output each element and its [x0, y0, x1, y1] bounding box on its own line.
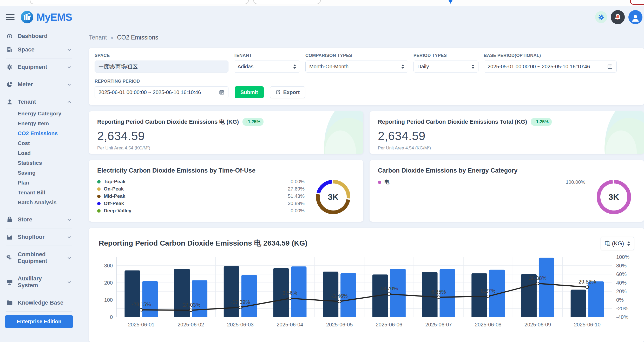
space-input[interactable]	[95, 61, 228, 73]
sidebar-subitem-plan[interactable]: Plan	[18, 178, 73, 188]
svg-text:-17.39%: -17.39%	[231, 299, 250, 305]
myems-logo-icon	[20, 10, 34, 24]
enterprise-edition-button[interactable]: Enterprise Edition	[5, 315, 73, 328]
legend-dot	[97, 180, 101, 183]
settings-gear-button[interactable]	[595, 11, 607, 23]
sidebar-subitem-energy-category[interactable]: Energy Category	[18, 109, 73, 119]
select-arrows-icon	[401, 64, 404, 69]
sidebar-item-equipment[interactable]: Equipment	[5, 60, 73, 74]
notifications-bell-button[interactable]	[611, 10, 625, 24]
tou-emissions-card: Electricity Carbon Dioxide Emissions by …	[89, 160, 363, 222]
sidebar-item-store[interactable]: Store	[5, 213, 73, 226]
sidebar-item-space[interactable]: Space	[5, 43, 73, 56]
comparison-types-select[interactable]: Month-On-Month	[305, 61, 408, 73]
energy-category-card: Carbon Dioxide Emissions by Energy Categ…	[370, 160, 644, 222]
tou-donut-chart: 3K	[311, 175, 355, 220]
kpi-card-total: Reporting Period Carbon Dioxide Emission…	[370, 111, 644, 154]
tou-card-title: Electricity Carbon Dioxide Emissions by …	[97, 167, 355, 174]
change-badge: ↑1.25%	[242, 118, 264, 126]
sidebar-item-knowledge-base[interactable]: Knowledge Base	[5, 296, 73, 310]
sidebar-subitem-batch-analysis[interactable]: Batch Analysis	[18, 198, 73, 207]
reporting-period-input[interactable]: 2025-06-01 00:00:00 ~ 2025-06-10 16:10:4…	[95, 86, 228, 98]
sidebar-divider	[6, 294, 72, 294]
select-arrows-icon	[293, 64, 296, 69]
sidebar-subitem-statistics[interactable]: Statistics	[18, 158, 73, 168]
chevron-down-icon	[67, 47, 72, 52]
sidebar-subitem-load[interactable]: Load	[18, 148, 73, 158]
legend-item-on-peak: On-Peak27.69%	[97, 186, 305, 192]
legend-dot	[378, 181, 381, 184]
breadcrumb-tenant[interactable]: Tenant	[89, 34, 107, 41]
sidebar-item-tenant[interactable]: Tenant	[5, 95, 73, 109]
export-button[interactable]: Export	[270, 86, 305, 98]
svg-text:0: 0	[110, 314, 113, 320]
breadcrumb: Tenant » CO2 Emissions	[89, 34, 644, 41]
svg-text:3K: 3K	[609, 192, 619, 202]
svg-text:2025-06-03: 2025-06-03	[227, 322, 254, 327]
browser-blue-glyph	[449, 0, 452, 4]
sidebar-item-meter[interactable]: Meter	[5, 78, 73, 91]
sidebar-item-shopfloor[interactable]: Shopfloor	[5, 230, 73, 244]
svg-text:2025-06-02: 2025-06-02	[178, 322, 204, 327]
sidebar-item-dashboard[interactable]: Dashboard	[5, 29, 73, 43]
sidebar-item-combined-equipment[interactable]: Combined Equipment	[5, 248, 73, 268]
kpi-title: Reporting Period Carbon Dioxide Emission…	[97, 118, 239, 126]
change-badge: ↑1.25%	[531, 118, 552, 126]
legend-item-top-peak: Top-Peak0.00%	[97, 179, 305, 185]
chevron-down-icon	[67, 65, 72, 70]
sidebar-subitem-co2-emissions[interactable]: CO2 Emissions	[18, 128, 73, 138]
app-logo[interactable]: MyEMS	[20, 10, 72, 24]
sidebar-subitem-cost[interactable]: Cost	[18, 138, 73, 148]
svg-text:2025-06-01: 2025-06-01	[128, 322, 154, 327]
donut-chart-svg: 3K	[592, 175, 636, 219]
breadcrumb-current: CO2 Emissions	[117, 34, 158, 41]
chevron-down-icon	[67, 235, 72, 240]
emissions-trend-card: Reporting Period Carbon Dioxide Emission…	[89, 228, 644, 342]
kpi-footnote: Per Unit Area 4.54 (KG/M²)	[97, 146, 355, 151]
sidebar-subitem-saving[interactable]: Saving	[18, 168, 73, 178]
folder-icon	[6, 299, 13, 306]
period-types-select[interactable]: Daily	[413, 61, 478, 73]
sidebar-divider	[6, 311, 72, 312]
reporting-period-label: REPORTING PERIOD	[95, 79, 228, 84]
main-content: Tenant » CO2 Emissions SPACE TENANT Adid…	[78, 28, 644, 342]
legend-dot	[97, 187, 101, 191]
hamburger-menu-button[interactable]	[6, 14, 15, 20]
sidebar-item-auxiliary-system[interactable]: Auxiliary System	[5, 272, 73, 292]
svg-text:2025-06-05: 2025-06-05	[326, 322, 353, 327]
sidebar-divider	[6, 246, 72, 246]
sidebar-subitem-energy-item[interactable]: Energy Item	[18, 119, 73, 128]
person-icon	[6, 98, 13, 105]
svg-text:-20%: -20%	[616, 306, 628, 311]
gear-icon	[598, 14, 605, 21]
unit-select[interactable]: 电 (KG)	[601, 237, 634, 250]
tenant-select[interactable]: Adidas	[234, 61, 300, 73]
bar-chart-svg: 0100200300100%80%60%40%20%0%-20%-40%2025…	[99, 253, 634, 331]
svg-text:-40%: -40%	[616, 314, 628, 320]
user-avatar-button[interactable]	[628, 10, 642, 24]
legend-label: Top-Peak	[104, 179, 126, 185]
browser-red-remnant	[630, 0, 644, 5]
base-period-input[interactable]: 2025-05-01 00:00:00 ~ 2025-05-10 16:10:4…	[484, 61, 617, 73]
svg-text:2025-06-10: 2025-06-10	[574, 322, 600, 327]
svg-text:-23.15%: -23.15%	[132, 301, 151, 307]
kpi-value: 2,634.59	[378, 129, 636, 143]
legend-dot	[97, 195, 101, 198]
gear-icon	[6, 64, 13, 70]
svg-text:2025-06-04: 2025-06-04	[277, 322, 303, 327]
legend-percent: 0.00%	[291, 208, 305, 214]
svg-text:100: 100	[104, 297, 113, 303]
svg-text:20%: 20%	[616, 288, 627, 294]
breadcrumb-separator: »	[110, 35, 113, 41]
chevron-down-icon	[67, 255, 72, 260]
svg-text:100%: 100%	[616, 254, 629, 260]
svg-text:200: 200	[104, 280, 113, 286]
calendar-icon	[219, 89, 225, 95]
svg-text:-24.03%: -24.03%	[181, 302, 201, 308]
submit-button[interactable]: Submit	[235, 86, 264, 98]
chevron-up-icon	[67, 100, 72, 104]
sidebar-subitem-tenant-bill[interactable]: Tenant Bill	[18, 188, 73, 198]
legend-label: Off-Peak	[104, 201, 124, 206]
energy-category-card-title: Carbon Dioxide Emissions by Energy Categ…	[378, 167, 636, 174]
donut-chart-svg: 3K	[311, 175, 355, 219]
